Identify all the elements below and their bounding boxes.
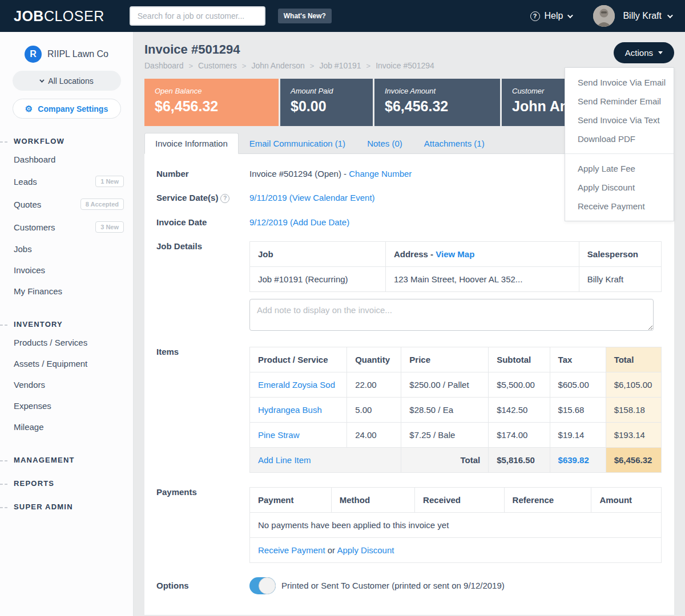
add-due-date-link[interactable]: (Add Due Date) — [290, 217, 349, 227]
tab-notes[interactable]: Notes (0) — [356, 133, 413, 154]
tab-email-communication[interactable]: Email Communication (1) — [239, 133, 356, 154]
receive-payment-link[interactable]: Receive Payment — [258, 545, 325, 555]
company-settings-button[interactable]: ⚙ Company Settings — [13, 99, 121, 119]
stat-value: $0.00 — [291, 98, 362, 115]
total-label-cell: Total — [401, 447, 489, 472]
breadcrumb-dashboard[interactable]: Dashboard — [144, 61, 184, 70]
sidebar-item-expenses[interactable]: Expenses — [0, 395, 133, 416]
menu-item-receive-payment[interactable]: Receive Payment — [565, 197, 674, 216]
field-label-options: Options — [156, 576, 249, 594]
table-header-row: Payment Method Received Reference Amount — [250, 487, 662, 512]
sidebar-item-invoices[interactable]: Invoices — [0, 260, 133, 281]
menu-divider — [565, 153, 674, 154]
actions-label: Actions — [625, 48, 653, 58]
sidebar-item-customers[interactable]: Customers3 New — [0, 216, 133, 238]
tab-attachments[interactable]: Attachments (1) — [413, 133, 495, 154]
stat-invoice-amount: Invoice Amount $6,456.32 — [374, 79, 500, 126]
no-payments-cell: No payments have been applied to this in… — [250, 512, 662, 537]
sidebar-item-dashboard[interactable]: Dashboard — [0, 149, 133, 170]
invoice-date-link[interactable]: 9/12/2019 — [249, 217, 288, 227]
sidebar-item-quotes[interactable]: Quotes8 Accepted — [0, 193, 133, 216]
salesperson-header: Salesperson — [579, 241, 661, 266]
table-row: Hydrangea Bush 5.00 $28.50 / Ea $142.50 … — [250, 397, 662, 422]
chevron-down-icon — [39, 78, 44, 82]
leads-badge: 1 New — [95, 176, 124, 187]
breadcrumb-job[interactable]: Job #10191 — [319, 61, 361, 70]
sidebar-item-jobs[interactable]: Jobs — [0, 238, 133, 260]
breadcrumb-customer-name[interactable]: John Anderson — [251, 61, 304, 70]
product-link[interactable]: Hydrangea Bush — [258, 405, 322, 415]
question-icon[interactable]: ? — [220, 194, 229, 203]
all-locations-select[interactable]: All Locations — [13, 71, 121, 91]
breadcrumb-separator: > — [242, 62, 247, 70]
view-calendar-event-link[interactable]: (View Calendar Event) — [289, 193, 375, 202]
actions-button[interactable]: Actions — [614, 42, 674, 63]
change-number-link[interactable]: Change Number — [349, 169, 412, 179]
grand-total-cell: $6,456.32 — [606, 447, 661, 472]
tab-invoice-information[interactable]: Invoice Information — [144, 133, 239, 154]
whats-new-button[interactable]: What's New? — [278, 9, 332, 23]
avatar[interactable] — [593, 5, 615, 27]
breadcrumb-separator: > — [189, 62, 194, 70]
invoice-information-panel: Number Invoice #501294 (Open) - Change N… — [144, 154, 674, 615]
menu-item-download-pdf[interactable]: Download PDF — [565, 129, 674, 148]
nav-label: Products / Services — [14, 338, 87, 347]
add-line-item-link[interactable]: Add Line Item — [258, 455, 311, 465]
section-label: WORKFLOW — [14, 137, 65, 145]
payments-table: Payment Method Received Reference Amount… — [249, 487, 662, 563]
page-title: Invoice #501294 — [144, 42, 434, 57]
menu-item-send-invoice-email[interactable]: Send Invoice Via Email — [565, 73, 674, 92]
total-cell: $158.18 — [606, 397, 661, 422]
menu-item-send-invoice-text[interactable]: Send Invoice Via Text — [565, 111, 674, 129]
price-cell: $28.50 / Ea — [401, 397, 489, 422]
gear-icon: ⚙ — [25, 104, 33, 114]
subtotal-cell: $142.50 — [489, 397, 550, 422]
menu-item-send-reminder-email[interactable]: Send Reminder Email — [565, 92, 674, 111]
menu-item-apply-discount[interactable]: Apply Discount — [565, 178, 674, 197]
tax-total-link[interactable]: $639.82 — [558, 455, 589, 465]
sidebar-item-mileage[interactable]: Mileage — [0, 416, 133, 437]
caret-down-icon — [658, 51, 663, 54]
table-header-row: Product / Service Quantity Price Subtota… — [250, 347, 662, 372]
search-input[interactable] — [130, 6, 265, 26]
breadcrumb-customers[interactable]: Customers — [198, 61, 237, 70]
section-label: SUPER ADMIN — [14, 502, 73, 511]
stat-label: Invoice Amount — [385, 87, 490, 95]
sidebar-section-management[interactable]: MANAGEMENT — [0, 452, 133, 468]
product-link[interactable]: Emerald Zoysia Sod — [258, 380, 335, 390]
breadcrumb: Dashboard> Customers> John Anderson> Job… — [144, 61, 434, 70]
quotes-badge: 8 Accepted — [80, 198, 124, 210]
help-menu[interactable]: ? Help — [530, 11, 572, 21]
add-line-item-cell: Add Line Item — [250, 447, 401, 472]
nav-label: Invoices — [14, 265, 45, 275]
printed-sent-toggle[interactable] — [249, 577, 276, 594]
sidebar-item-products-services[interactable]: Products / Services — [0, 332, 133, 353]
product-cell: Hydrangea Bush — [250, 397, 347, 422]
sidebar-item-vendors[interactable]: Vendors — [0, 374, 133, 395]
section-dash-icon — [0, 325, 7, 326]
invoice-note-input[interactable] — [249, 299, 654, 331]
apply-discount-link[interactable]: Apply Discount — [337, 545, 394, 555]
nav-label: Quotes — [14, 200, 41, 209]
breadcrumb-invoice[interactable]: Invoice #501294 — [376, 61, 434, 70]
sidebar-item-assets-equipment[interactable]: Assets / Equipment — [0, 353, 133, 374]
menu-item-apply-late-fee[interactable]: Apply Late Fee — [565, 159, 674, 178]
sidebar-item-my-finances[interactable]: My Finances — [0, 281, 133, 302]
sidebar-section-super-admin[interactable]: SUPER ADMIN — [0, 499, 133, 514]
tax-cell: $605.00 — [550, 372, 606, 397]
service-date-link[interactable]: 9/11/2019 — [249, 193, 287, 202]
payment-actions-cell: Receive Payment or Apply Discount — [250, 537, 662, 562]
sidebar-item-leads[interactable]: Leads1 New — [0, 170, 133, 193]
view-map-link[interactable]: View Map — [436, 249, 474, 259]
quantity-cell: 22.00 — [347, 372, 401, 397]
product-link[interactable]: Pine Straw — [258, 430, 300, 440]
nav-label: My Finances — [14, 286, 62, 296]
nav-label: Leads — [14, 177, 37, 187]
stat-amount-paid: Amount Paid $0.00 — [280, 79, 373, 126]
app-logo: JOBCLOSER — [14, 8, 104, 25]
sidebar-section-reports[interactable]: REPORTS — [0, 476, 133, 491]
user-menu[interactable]: Billy Kraft — [623, 11, 671, 21]
stat-label: Amount Paid — [291, 87, 362, 95]
all-locations-label: All Locations — [48, 76, 93, 86]
product-header: Product / Service — [250, 347, 347, 372]
